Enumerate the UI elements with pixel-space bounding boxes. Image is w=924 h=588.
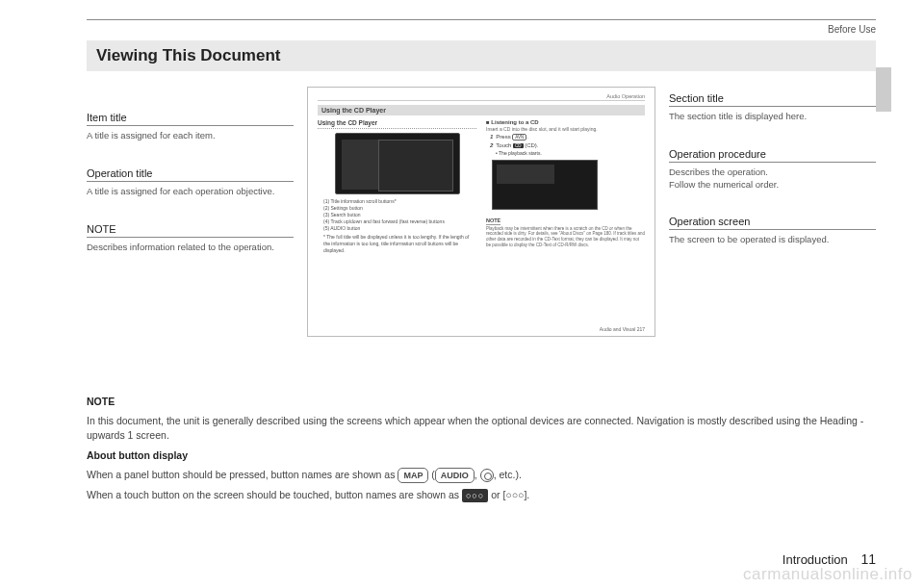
sample-step-1: 1Press AVN. (490, 134, 645, 141)
sample-screen-small (492, 160, 598, 210)
page-footer: Introduction 11 (783, 551, 876, 567)
callout-title: Operation screen (669, 216, 876, 230)
callout-title: Item title (87, 112, 294, 126)
about-heading: About button display (87, 449, 188, 461)
sample-step-2: 2Touch CD (CD). (490, 142, 645, 148)
sample-page-num: Audio and Visual 217 (318, 326, 645, 332)
touch-button-line: When a touch button on the screen should… (87, 488, 876, 502)
running-head: Before Use (828, 24, 876, 35)
cd-icon: CD (513, 143, 524, 148)
legend-item: (1) Title information scroll buttons* (323, 198, 476, 205)
legend-footnote: * The full title will be displayed unles… (323, 234, 476, 254)
sample-running-head: Audio Operation (318, 93, 645, 101)
watermark: carmanualsonline.info (743, 565, 912, 584)
sample-note-label: NOTE (486, 217, 500, 225)
avn-button-icon: AVN (512, 134, 526, 141)
callout-section-title: Section title The section title is displ… (669, 92, 876, 123)
callout-desc: A title is assigned for each operation o… (87, 186, 294, 198)
touch-button-solid-icon: ○○○ (462, 489, 488, 502)
sample-subhead: Listening to a CD (491, 119, 538, 125)
callout-item-title: Item title A title is assigned for each … (87, 112, 294, 142)
legend-item: (5) AUDIO button (323, 225, 476, 232)
callout-title: Section title (669, 92, 876, 107)
page-number: 11 (860, 551, 876, 567)
callout-operation-procedure: Operation procedure Describes the operat… (669, 148, 876, 192)
callout-operation-title: Operation title A title is assigned for … (87, 167, 294, 198)
bottom-note-block: NOTE In this document, the unit is gener… (87, 395, 876, 502)
sample-page-thumbnail: Audio Operation Using the CD Player Usin… (307, 87, 655, 337)
legend-item: (2) Settings button (323, 205, 476, 212)
footer-section: Introduction (783, 552, 848, 567)
sample-bullet: • The playback starts. (496, 150, 645, 156)
callout-desc: The screen to be operated is displayed. (669, 234, 876, 246)
note-heading: NOTE (87, 396, 115, 407)
legend-item: (4) Track up/down and fast forward (fast… (323, 218, 476, 225)
sample-instruction: Insert a CD into the disc slot, and it w… (486, 126, 645, 132)
panel-button-line: When a panel button should be pressed, b… (87, 468, 876, 483)
audio-button-icon: AUDIO (435, 468, 475, 483)
legend-item: (3) Search button (323, 212, 476, 218)
callout-desc: The section title is displayed here. (669, 111, 876, 123)
dial-button-icon (480, 469, 494, 482)
callout-title: Operation procedure (669, 148, 876, 163)
note-paragraph: In this document, the unit is generally … (87, 414, 876, 443)
chapter-title: Viewing This Document (87, 40, 876, 71)
sample-item-title: Using the CD Player (318, 105, 645, 115)
callout-operation-screen: Operation screen The screen to be operat… (669, 216, 876, 246)
callout-title: Operation title (87, 167, 294, 182)
callout-note: NOTE Describes information related to th… (87, 223, 294, 254)
thumb-tab (876, 67, 891, 112)
sample-op-title: Using the CD Player (318, 119, 476, 126)
map-button-icon: MAP (398, 468, 428, 483)
callout-desc: Describes information related to the ope… (87, 242, 294, 254)
callout-title: NOTE (87, 223, 294, 238)
sample-legend: (1) Title information scroll buttons* (2… (323, 198, 476, 254)
sample-note-text: Playback may be intermittent when there … (486, 226, 645, 248)
callout-desc: Describes the operation. Follow the nume… (669, 166, 876, 192)
sample-screen (335, 133, 460, 194)
callout-desc: A title is assigned for each item. (87, 130, 294, 142)
